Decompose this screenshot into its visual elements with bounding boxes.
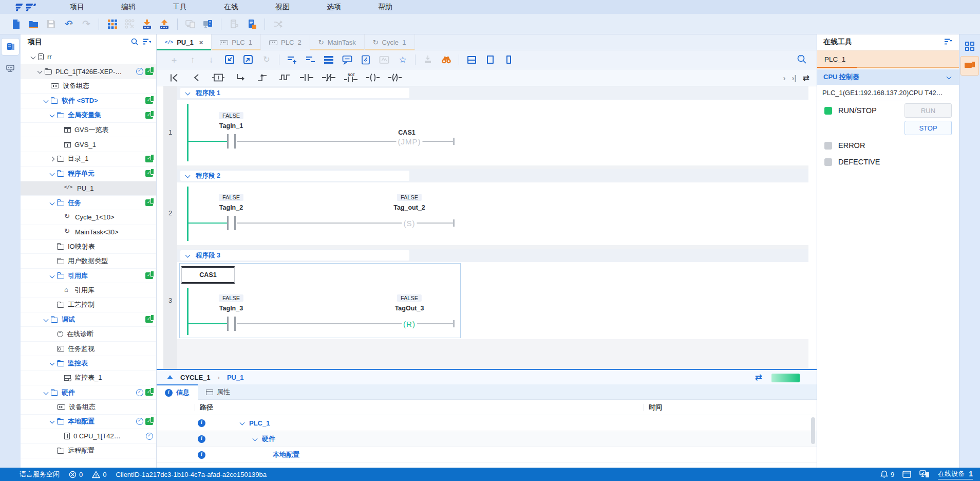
tab-info[interactable]: 信息 xyxy=(157,384,198,400)
cpu-controller-section[interactable]: CPU 控制器 xyxy=(817,69,959,85)
insert-element-icon[interactable]: ＋ xyxy=(165,52,183,67)
nc-contact-icon[interactable] xyxy=(317,71,340,84)
go-last-icon[interactable]: ›| xyxy=(791,73,796,82)
tree-item-plc1[interactable]: PLC_1[T426E-XEP-… xyxy=(21,64,156,79)
redo-icon[interactable]: ↷▾ xyxy=(77,16,95,32)
compile-icon[interactable] xyxy=(103,16,121,32)
tree-item-program-units[interactable]: 程序单元 xyxy=(21,166,156,181)
tree-item-ref-lib-child[interactable]: 引用库 xyxy=(21,283,156,298)
contact-tag[interactable]: TagIn_1 xyxy=(219,122,243,130)
tree-item-device-config[interactable]: 设备组态 xyxy=(21,79,156,94)
tree-item-debug[interactable]: 调试 xyxy=(21,312,156,327)
tree-item-task-monitor[interactable]: 任务监视 xyxy=(21,342,156,356)
tab-properties[interactable]: 属性 xyxy=(198,384,238,400)
annotation-icon[interactable] xyxy=(356,52,375,67)
collapse-panel-icon[interactable] xyxy=(167,375,173,379)
tree-item-tasks[interactable]: 任务 xyxy=(21,196,156,210)
simulation-icon[interactable] xyxy=(182,16,199,32)
coil-tag[interactable]: Tag_out_2 xyxy=(393,204,425,211)
chevron-down-icon[interactable] xyxy=(30,53,37,60)
go-previous-icon[interactable] xyxy=(185,71,207,84)
export-icon[interactable] xyxy=(239,52,257,67)
jmp-coil[interactable]: (JMP) xyxy=(397,137,423,146)
tree-item-gvs1[interactable]: GVS_1 xyxy=(21,137,156,152)
tab-maintask[interactable]: ↻MainTask xyxy=(310,34,365,50)
close-icon[interactable]: × xyxy=(199,39,203,46)
contact-icon[interactable] xyxy=(234,317,236,331)
chevron-down-icon[interactable] xyxy=(49,112,56,119)
chevron-down-icon[interactable] xyxy=(184,90,192,97)
menu-online[interactable]: 在线 xyxy=(205,3,257,12)
tree-item-process-control[interactable]: 工艺控制 xyxy=(21,298,156,312)
negated-coil-icon[interactable] xyxy=(384,71,406,84)
menu-project[interactable]: 项目 xyxy=(51,3,103,12)
move-up-icon[interactable]: ↑ xyxy=(183,52,202,67)
column-path[interactable]: 路径 xyxy=(200,403,213,412)
tree-item-software[interactable]: 软件 <STD> xyxy=(21,94,156,108)
variable-table-icon[interactable] xyxy=(375,52,393,67)
chevron-down-icon[interactable] xyxy=(49,170,56,177)
new-project-icon[interactable] xyxy=(7,16,25,32)
chevron-down-icon[interactable] xyxy=(252,436,259,442)
tree-item-maintask[interactable]: MainTask<30> xyxy=(21,225,156,239)
activity-project-icon[interactable] xyxy=(2,39,19,55)
panel-layout-icon[interactable] xyxy=(902,471,911,478)
compile-all-icon[interactable] xyxy=(121,16,138,32)
chevron-right-icon[interactable] xyxy=(49,156,56,162)
go-first-icon[interactable] xyxy=(163,71,185,84)
info-row-local-config[interactable]: 本地配置 xyxy=(157,447,817,463)
tab-plc1[interactable]: PLC_1 xyxy=(212,34,261,50)
comment-icon[interactable] xyxy=(338,52,356,67)
column-time[interactable]: 时间 xyxy=(649,403,662,412)
cross-reference-icon[interactable] xyxy=(269,16,287,32)
notification-counter[interactable]: 9 xyxy=(880,470,894,478)
open-project-icon[interactable] xyxy=(25,16,42,32)
chevron-down-icon[interactable] xyxy=(36,68,44,75)
contact-icon[interactable] xyxy=(227,134,229,149)
contact-icon[interactable] xyxy=(227,317,229,331)
no-contact-icon[interactable] xyxy=(295,71,317,84)
tree-item-io-map[interactable]: IO映射表 xyxy=(21,239,156,254)
not-contact-icon[interactable]: NOT xyxy=(340,71,362,84)
tree-item-user-data-types[interactable]: 用户数据类型 xyxy=(21,254,156,268)
network-2-header[interactable]: 程序段 2 xyxy=(177,169,808,182)
tree-item-gvs-list[interactable]: GVS一览表 xyxy=(21,123,156,137)
menu-options[interactable]: 选项 xyxy=(308,3,360,12)
menu-view[interactable]: 视图 xyxy=(257,3,308,12)
tree-item-hw-device-config[interactable]: 设备组态 xyxy=(21,400,156,414)
run-button[interactable]: RUN xyxy=(904,103,952,118)
pulse-icon[interactable] xyxy=(273,71,295,84)
rising-edge-icon[interactable] xyxy=(251,71,273,84)
chevron-down-icon[interactable] xyxy=(239,420,246,427)
stop-button[interactable]: STOP xyxy=(904,121,952,135)
download-disabled-icon[interactable] xyxy=(419,52,437,67)
undo-icon[interactable]: ↶▾ xyxy=(60,16,77,32)
menu-help[interactable]: 帮助 xyxy=(360,3,411,12)
tree-item-remote-config[interactable]: 远程配置 xyxy=(21,444,156,458)
coil-tag[interactable]: TagOut_3 xyxy=(395,305,424,312)
refresh-icon[interactable]: ↻ xyxy=(257,52,276,67)
branch-icon[interactable] xyxy=(229,71,251,84)
chevron-down-icon[interactable] xyxy=(49,418,56,425)
breadcrumb-task[interactable]: CYCLE_1 xyxy=(180,374,211,381)
coil-tag[interactable]: CAS1 xyxy=(398,129,415,136)
tree-item-watch-table1[interactable]: 监控表_1 xyxy=(21,371,156,385)
scrollbar[interactable] xyxy=(811,417,815,444)
reset-coil[interactable]: (R) xyxy=(402,320,417,328)
coil-icon[interactable] xyxy=(362,71,384,84)
delete-network-icon[interactable] xyxy=(301,52,319,67)
activity-communication-icon[interactable] xyxy=(2,60,19,77)
online-devices-status[interactable]: 在线设备 1 xyxy=(938,469,973,479)
online-tools-strip-icon[interactable] xyxy=(960,56,979,76)
contact-tag[interactable]: TagIn_3 xyxy=(219,305,243,312)
contact-tag[interactable]: TagIn_2 xyxy=(219,204,243,211)
tab-cycle1[interactable]: ↻Cycle_1 xyxy=(365,34,415,50)
favorite-star-icon[interactable]: ☆ xyxy=(393,52,412,67)
tree-item-dir1[interactable]: 目录_1 xyxy=(21,152,156,166)
tree-item-watch-tables[interactable]: 监控表 xyxy=(21,356,156,371)
contact-icon[interactable] xyxy=(234,134,236,149)
menu-tools[interactable]: 工具 xyxy=(154,3,205,12)
ladder-narrow-view-icon[interactable] xyxy=(499,52,518,67)
chevron-down-icon[interactable] xyxy=(946,74,953,81)
online-device-tab[interactable]: PLC_1 xyxy=(817,50,959,68)
